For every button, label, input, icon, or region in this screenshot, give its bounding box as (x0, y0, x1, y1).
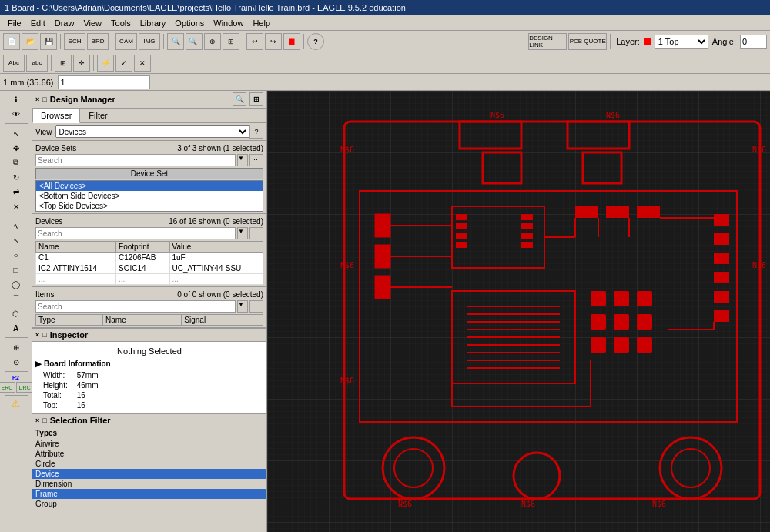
abc-small-btn[interactable]: abc (26, 55, 48, 72)
devices-search[interactable] (35, 227, 236, 239)
abc-btn[interactable]: Abc (3, 55, 25, 72)
tab-filter[interactable]: Filter (80, 109, 116, 122)
via-tool[interactable]: ○ (9, 248, 23, 262)
save-button[interactable]: 💾 (40, 33, 57, 50)
select-tool[interactable]: ↖ (9, 126, 23, 140)
device-set-item-1[interactable]: <Bottom Side Devices> (36, 191, 263, 201)
ratsnest-btn[interactable]: ⚡ (97, 55, 114, 72)
rotate-tool[interactable]: ↻ (9, 170, 23, 184)
pcb-drawing[interactable]: N$6 N$6 N$6 N$6 N$6 N$6 N$6 N$6 N$6 N$6 (267, 91, 770, 532)
sch-button[interactable]: SCH (64, 33, 85, 50)
copy-tool[interactable]: ⧉ (9, 156, 23, 169)
wire-tool[interactable]: ∿ (9, 219, 23, 233)
open-button[interactable]: 📂 (22, 33, 38, 50)
selfilter-close[interactable]: × (35, 417, 39, 424)
circle-tool[interactable]: ◯ (9, 277, 23, 291)
table-row[interactable]: ... ... ... (36, 274, 263, 285)
hole-tool[interactable]: ⊙ (9, 355, 23, 369)
type-circle[interactable]: Circle (32, 459, 266, 469)
type-airwire[interactable]: Airwire (32, 439, 266, 449)
grid-btn[interactable]: ⊞ (55, 55, 72, 72)
selfilter-maximize[interactable]: □ (42, 417, 46, 424)
arc-tool[interactable]: ⌒ (9, 292, 23, 306)
drc-check-btn[interactable]: ✓ (116, 55, 132, 72)
route-tool[interactable]: ⤡ (9, 233, 23, 247)
menu-tools[interactable]: Tools (106, 17, 136, 29)
dm-close[interactable]: × (35, 95, 39, 103)
inspector-maximize[interactable]: □ (42, 331, 46, 339)
text-tool[interactable]: A (9, 321, 23, 335)
items-section: Items 0 of 0 shown (0 selected) ▼ ⋯ Type… (32, 286, 266, 327)
brd-button[interactable]: BRD (87, 33, 109, 50)
menu-edit[interactable]: Edit (26, 17, 50, 29)
mirror-tool[interactable]: ⇄ (9, 185, 23, 199)
tool-sidebar: ℹ 👁 ↖ ✥ ⧉ ↻ ⇄ ✕ ∿ ⤡ ○ □ ◯ ⌒ ⬡ A ⊕ ⊙ R2 E… (0, 91, 32, 532)
undo-btn[interactable]: ↩ (246, 33, 263, 50)
img-button[interactable]: IMG (139, 33, 160, 50)
zoom-select-btn[interactable]: ⊞ (223, 33, 239, 50)
board-info-table: Width: 57mm Height: 46mm Total: 16 Top (38, 370, 102, 410)
redo-btn[interactable]: ↪ (265, 33, 282, 50)
device-sets-search[interactable] (35, 154, 236, 166)
help-btn[interactable]: ? (307, 33, 324, 50)
polygon-tool[interactable]: ⬡ (9, 306, 23, 320)
menu-help[interactable]: Help (248, 17, 275, 29)
erc-button[interactable]: ERC (0, 382, 15, 393)
type-device[interactable]: Device (32, 469, 266, 479)
devices-dropdown[interactable]: ▼ (237, 227, 248, 239)
delete-tool[interactable]: ✕ (9, 199, 23, 213)
menu-library[interactable]: Library (136, 17, 171, 29)
devices-menu[interactable]: ⋯ (249, 227, 263, 239)
cross-btn[interactable]: ✕ (134, 55, 151, 72)
move-tool[interactable]: ✥ (9, 141, 23, 155)
angle-label: Angle: (712, 37, 736, 46)
items-menu[interactable]: ⋯ (249, 300, 263, 313)
svg-text:N$6: N$6 (490, 111, 504, 119)
pcb-quote-btn[interactable]: PCB QUOTE (568, 33, 607, 50)
device-set-item-2[interactable]: <Top Side Devices> (36, 201, 263, 211)
pcb-canvas[interactable]: N$6 N$6 N$6 N$6 N$6 N$6 N$6 N$6 N$6 N$6 (267, 91, 770, 532)
dm-icon-btn2[interactable]: ⊞ (249, 92, 263, 106)
type-dimension[interactable]: Dimension (32, 479, 266, 489)
dm-icon-btn1[interactable]: 🔍 (233, 92, 246, 106)
tab-browser[interactable]: Browser (32, 109, 80, 123)
design-link-btn[interactable]: DESIGN LINK (528, 33, 567, 50)
cam-button[interactable]: CAM (116, 33, 137, 50)
zoom-fit-btn[interactable]: ⊕ (204, 33, 221, 50)
type-attribute[interactable]: Attribute (32, 449, 266, 459)
zoom-in-btn[interactable]: 🔍 (167, 33, 184, 50)
menu-draw[interactable]: Draw (50, 17, 79, 29)
inspector-close[interactable]: × (35, 331, 39, 339)
warning-indicator[interactable]: ⚠ (12, 398, 20, 409)
pad-tool[interactable]: ⊕ (9, 340, 23, 354)
device-sets-dropdown[interactable]: ▼ (237, 154, 248, 166)
items-search[interactable] (35, 300, 236, 313)
view-help-btn[interactable]: ? (249, 125, 263, 139)
menu-view[interactable]: View (79, 17, 106, 29)
menu-window[interactable]: Window (209, 17, 248, 29)
r2-indicator[interactable]: R2 (12, 374, 20, 381)
svg-rect-51 (614, 337, 629, 353)
menu-file[interactable]: File (3, 17, 26, 29)
menu-options[interactable]: Options (170, 17, 209, 29)
items-dropdown[interactable]: ▼ (237, 300, 248, 313)
info-tool[interactable]: ℹ (9, 92, 23, 106)
table-row[interactable]: C1 C1206FAB 1uF (36, 253, 263, 263)
dm-maximize[interactable]: □ (42, 95, 46, 103)
table-row[interactable]: IC2-ATTINY1614 SOIC14 UC_ATTINY44-SSU (36, 263, 263, 274)
angle-input[interactable] (740, 35, 767, 49)
type-frame[interactable]: Frame (32, 489, 266, 499)
stop-btn[interactable]: ⏹ (283, 33, 300, 50)
layer-select[interactable]: 1 Top (654, 35, 708, 49)
new-button[interactable]: 📄 (3, 33, 20, 50)
zoom-out-btn[interactable]: 🔍- (186, 33, 203, 50)
device-set-item-0[interactable]: <All Devices> (36, 181, 263, 191)
rect-tool[interactable]: □ (9, 263, 23, 276)
pin-btn[interactable]: ✛ (73, 55, 90, 72)
drc-button[interactable]: DRC (16, 382, 32, 393)
view-select[interactable]: Devices (55, 125, 250, 138)
eye-tool[interactable]: 👁 (9, 107, 23, 121)
coord-input[interactable] (58, 75, 150, 89)
device-sets-menu[interactable]: ⋯ (249, 154, 263, 166)
type-group[interactable]: Group (32, 499, 266, 509)
